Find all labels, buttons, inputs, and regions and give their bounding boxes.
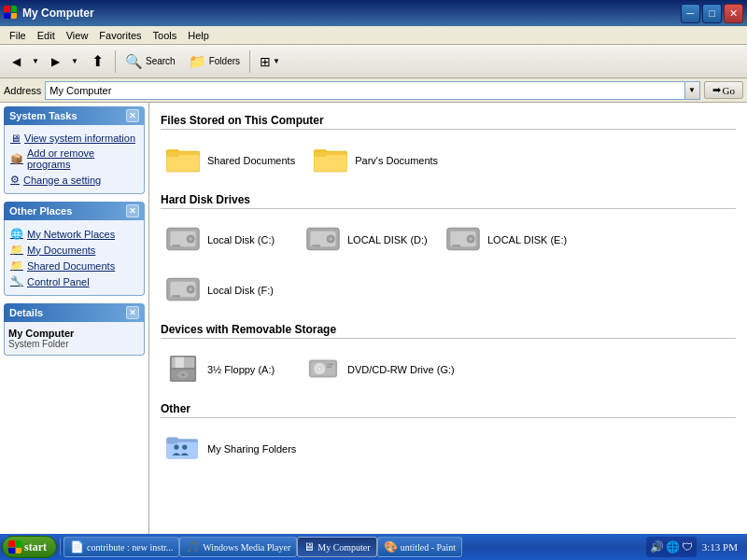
svg-point-48 xyxy=(174,444,178,449)
svg-point-30 xyxy=(189,287,192,291)
maximize-button[interactable]: □ xyxy=(702,4,722,23)
stored-section: Files Stored on This Computer Shared Doc… xyxy=(161,114,736,182)
parvs-documents-item[interactable]: Parv's Documents xyxy=(308,137,442,182)
view-system-icon: 🖥 xyxy=(10,133,21,144)
svg-point-42 xyxy=(318,368,320,370)
menu-edit[interactable]: Edit xyxy=(32,28,61,43)
taskbar-item-3[interactable]: 🎨 untitled - Paint xyxy=(377,537,462,557)
menu-file[interactable]: File xyxy=(4,28,32,43)
shared-documents-item[interactable]: Shared Documents xyxy=(161,137,299,182)
menu-tools[interactable]: Tools xyxy=(148,28,183,43)
taskbar-separator xyxy=(60,539,61,555)
svg-rect-1 xyxy=(166,155,200,172)
address-dropdown[interactable]: ▼ xyxy=(685,81,700,100)
go-arrow-icon: ➡ xyxy=(712,84,721,96)
local-disk-d-label: LOCAL DISK (D:) xyxy=(347,234,428,245)
local-disk-c-item[interactable]: Local Disk (C:) xyxy=(161,217,291,261)
svg-rect-6 xyxy=(314,149,327,157)
sharing-folders-item[interactable]: My Sharing Folders xyxy=(161,426,300,470)
local-disk-e-label: LOCAL DISK (E:) xyxy=(487,234,567,245)
details-content: My Computer System Folder xyxy=(4,322,145,356)
sharing-folders-icon xyxy=(164,429,202,467)
forward-button[interactable]: ▶ xyxy=(43,49,67,74)
menu-favorites[interactable]: Favorites xyxy=(93,28,147,43)
system-tasks-header[interactable]: System Tasks ✕ xyxy=(4,106,145,125)
close-button[interactable]: ✕ xyxy=(724,4,743,23)
sidebar-link-change-setting[interactable]: ⚙ Change a setting xyxy=(8,172,140,188)
svg-point-37 xyxy=(181,373,185,376)
removable-section: Devices with Removable Storage 3½ Fl xyxy=(161,323,736,391)
local-disk-f-item[interactable]: Local Disk (F:) xyxy=(161,267,291,312)
local-disk-c-label: Local Disk (C:) xyxy=(207,234,275,245)
forward-dropdown[interactable]: ▼ xyxy=(68,49,81,74)
svg-rect-46 xyxy=(166,442,198,459)
local-disk-f-label: Local Disk (F:) xyxy=(207,285,274,296)
taskbar-item-0-label: contribute : new instr... xyxy=(87,542,173,553)
local-disk-c-icon xyxy=(164,220,202,258)
system-tasks-content: 🖥 View system information 📦 Add or remov… xyxy=(4,125,145,194)
sidebar-link-add-remove[interactable]: 📦 Add or remove programs xyxy=(8,146,140,172)
minimize-button[interactable]: ─ xyxy=(681,4,700,23)
tray-icon-0: 🔊 xyxy=(650,540,664,553)
search-button[interactable]: 🔍 Search xyxy=(120,48,181,76)
back-dropdown[interactable]: ▼ xyxy=(29,49,42,74)
other-places-header[interactable]: Other Places ✕ xyxy=(4,202,145,220)
back-button[interactable]: ◀ xyxy=(4,49,28,74)
other-places-collapse[interactable]: ✕ xyxy=(126,204,139,217)
taskbar-item-2-icon: 🖥 xyxy=(303,540,315,554)
dvd-item[interactable]: DVD/CD-RW Drive (G:) xyxy=(301,346,458,391)
start-label: start xyxy=(24,540,47,554)
up-button[interactable]: ⬆ xyxy=(83,48,111,76)
folders-icon: 📁 xyxy=(189,53,206,70)
start-button[interactable]: start xyxy=(2,536,57,558)
folders-label: Folders xyxy=(209,56,240,66)
go-button[interactable]: ➡ Go xyxy=(704,81,743,99)
floppy-item[interactable]: 3½ Floppy (A:) xyxy=(161,346,291,391)
taskbar-item-1-label: Windows Media Player xyxy=(203,542,290,553)
floppy-icon xyxy=(164,350,202,387)
local-disk-e-icon xyxy=(444,220,482,258)
menu-help[interactable]: Help xyxy=(182,28,215,43)
svg-rect-19 xyxy=(312,245,320,246)
details-section: Details ✕ My Computer System Folder xyxy=(4,303,145,356)
sidebar-link-my-docs[interactable]: 📁 My Documents xyxy=(8,242,140,258)
views-button[interactable]: ⊞ ▼ xyxy=(254,48,286,76)
svg-rect-25 xyxy=(452,245,460,246)
taskbar-item-0[interactable]: 📄 contribute : new instr... xyxy=(63,537,179,557)
details-title: Details xyxy=(9,307,43,318)
sharing-folders-label: My Sharing Folders xyxy=(207,443,296,455)
folders-button[interactable]: 📁 Folders xyxy=(183,48,246,76)
sidebar-link-view-system[interactable]: 🖥 View system information xyxy=(8,131,140,146)
sidebar-link-shared-docs[interactable]: 📁 Shared Documents xyxy=(8,258,140,273)
system-tray: 🔊 🌐 🛡 xyxy=(646,537,697,557)
taskbar-item-1[interactable]: 🎵 Windows Media Player xyxy=(179,537,297,557)
svg-rect-43 xyxy=(327,363,334,365)
svg-rect-34 xyxy=(176,357,184,368)
local-disk-e-item[interactable]: LOCAL DISK (E:) xyxy=(441,217,571,261)
details-collapse[interactable]: ✕ xyxy=(126,306,139,319)
taskbar-item-2[interactable]: 🖥 My Computer xyxy=(297,537,376,557)
sidebar-link-network[interactable]: 🌐 My Network Places xyxy=(8,226,140,242)
local-disk-d-item[interactable]: LOCAL DISK (D:) xyxy=(301,217,431,261)
harddisks-items-row2: Local Disk (F:) xyxy=(161,267,736,312)
my-docs-icon: 📁 xyxy=(10,244,23,256)
toolbar-separator-2 xyxy=(249,50,250,73)
sidebar-link-control-panel[interactable]: 🔧 Control Panel xyxy=(8,273,140,289)
go-label: Go xyxy=(723,85,735,96)
svg-point-49 xyxy=(182,444,187,449)
menu-view[interactable]: View xyxy=(61,28,94,43)
removable-title: Devices with Removable Storage xyxy=(161,323,736,339)
stored-items: Shared Documents Parv's Documents xyxy=(161,137,736,182)
sidebar: System Tasks ✕ 🖥 View system information… xyxy=(0,103,149,534)
details-header[interactable]: Details ✕ xyxy=(4,303,145,322)
toolbar-separator xyxy=(115,50,116,73)
system-tasks-collapse[interactable]: ✕ xyxy=(126,109,139,122)
other-places-content: 🌐 My Network Places 📁 My Documents 📁 Sha… xyxy=(4,220,145,296)
toolbar: ◀ ▼ ▶ ▼ ⬆ 🔍 Search 📁 Folders ⊞ ▼ xyxy=(0,45,747,78)
svg-rect-2 xyxy=(166,149,179,157)
dvd-icon xyxy=(304,350,342,387)
taskbar-item-0-icon: 📄 xyxy=(70,540,84,554)
removable-items: 3½ Floppy (A:) DVD/ xyxy=(161,346,736,391)
svg-rect-47 xyxy=(166,438,177,444)
address-input[interactable] xyxy=(45,81,684,100)
